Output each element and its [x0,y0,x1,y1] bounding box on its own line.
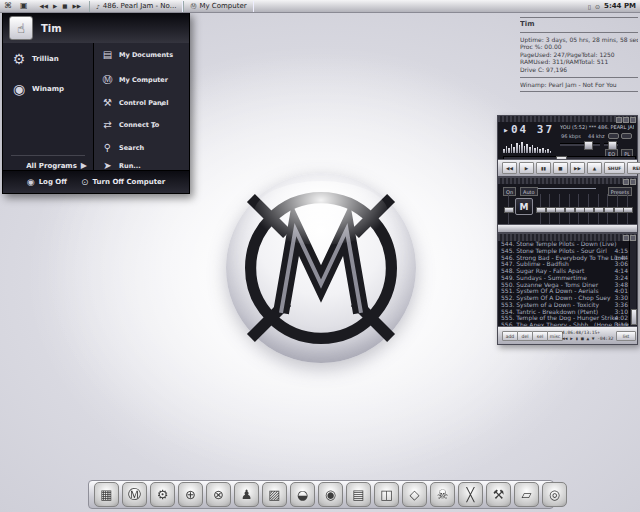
dock-camera-cd-icon[interactable]: ◫ [374,482,399,507]
dock-quill-icon[interactable]: ◇ [402,482,427,507]
dock-speaker-icon[interactable]: ◉ [318,482,343,507]
start-menu-item-my-computer[interactable]: Ⓜ My Computer [101,73,168,87]
dock-notes-window-icon[interactable]: ▤ [346,482,371,507]
scrollbar-thumb[interactable] [631,309,638,325]
winamp-playlist-titlebar[interactable] [498,234,637,241]
close-button[interactable] [630,117,636,123]
eq-band-slider[interactable] [604,194,612,224]
dock-folder-pen-icon[interactable]: ▨ [262,482,287,507]
search-icon: ⚲ [101,142,114,153]
task-button-label: My Computer [199,2,246,10]
start-menu-item-trillian[interactable]: ⚙ Trillian [11,51,59,67]
transport-prev-button[interactable]: ◀◀ [502,162,517,174]
balance-slider[interactable] [604,143,618,146]
dock-drive-m-icon[interactable]: ▦ [94,482,119,507]
slider-handle[interactable] [594,207,604,213]
close-button[interactable] [630,179,636,185]
theme-logo-icon[interactable]: ⌘ [4,2,12,10]
repeat-button[interactable]: REP [627,162,640,174]
dock-globe-dark-icon[interactable]: ⊗ [206,482,231,507]
preamp-slider[interactable] [504,194,512,224]
item-label: My Documents [119,51,173,59]
playlist-sel-button[interactable]: sel [532,331,548,341]
system-tray: ▯ ⊙ 5:44 PM [588,2,640,10]
playlist-del-button[interactable]: del [517,331,533,341]
start-menu-item-connect-to[interactable]: ⇄ Connect To ▸ [101,119,159,130]
start-menu-item-my-documents[interactable]: ▤ My Documents [101,49,173,60]
media-next-button[interactable]: ▶▶ [72,3,80,9]
media-prev-button[interactable]: ◀◀ [40,3,48,9]
eq-band-slider[interactable] [536,194,544,224]
playlist-scrollbar[interactable] [629,241,636,329]
eq-band-slider[interactable] [575,194,583,224]
orb-sheen [254,181,388,245]
dock-skulls-icon[interactable]: ☠ [430,482,455,507]
transport-next-button[interactable]: ▶▶ [570,162,585,174]
winamp-main-titlebar[interactable] [498,116,637,122]
winamp-eq-titlebar[interactable] [498,178,637,184]
slider-handle[interactable] [504,207,514,213]
eq-band-slider[interactable] [623,194,631,224]
dock: ▦Ⓜ⚙⊕⊗♟▨◒◉▤◫◇☠╳⚒▱◎ [88,480,554,509]
divider [520,32,638,33]
submenu-arrow-icon: ▸ [161,100,164,107]
start-menu-all-programs[interactable]: All Programs ▶ [26,161,87,170]
volume-handle[interactable] [584,141,593,150]
task-button-my-computer[interactable]: Ⓜ My Computer [183,1,253,12]
slider-handle[interactable] [623,207,633,213]
slider-handle[interactable] [614,207,624,213]
start-menu-item-winamp[interactable]: ◉ Winamp [11,81,64,97]
task-button-pearl-jam[interactable]: ♪ 486. Pearl Jam - No... [89,1,184,12]
dock-gear-icon[interactable]: ⚙ [150,482,175,507]
divider [520,17,638,18]
transport-stop-button[interactable]: ■ [553,162,568,174]
spectrum-bar [503,149,505,153]
eq-band-slider[interactable] [594,194,602,224]
spectrum-bar [508,148,510,153]
track-title-marquee[interactable]: YOU (5:52) *** 486. PEARL JAM [560,124,634,130]
start-menu-item-search[interactable]: ⚲ Search [101,142,144,153]
log-off-button[interactable]: ◉ Log Off [27,177,67,187]
slider-handle[interactable] [546,207,556,213]
media-play-button[interactable]: ▶ [53,3,57,9]
playlist-list-button[interactable]: list [616,331,636,341]
eq-band-slider[interactable] [546,194,554,224]
slider-handle[interactable] [565,207,575,213]
volume-slider[interactable] [560,143,600,146]
shade-button[interactable] [623,179,629,185]
slider-handle[interactable] [584,207,594,213]
eq-auto-button[interactable]: Auto [520,187,538,196]
eq-band-slider[interactable] [584,194,592,224]
dock-person-icon[interactable]: ♟ [234,482,259,507]
dock-toolbox-folder-icon[interactable]: ⚒ [486,482,511,507]
eq-band-slider[interactable] [614,194,622,224]
eq-band-slider[interactable] [555,194,563,224]
dock-folder-orb-icon[interactable]: ◒ [290,482,315,507]
playlist-add-button[interactable]: add [502,331,518,341]
transport-eject-button[interactable]: ▲ [587,162,602,174]
clock[interactable]: 5:44 PM [604,2,636,10]
window-menu-icon[interactable]: ▣ [20,2,28,10]
minimize-button[interactable] [616,117,622,123]
transport-play-button[interactable]: ▶ [519,162,534,174]
slider-handle[interactable] [536,207,546,213]
turn-off-computer-button[interactable]: ⊙ Turn Off Computer [81,177,165,187]
shade-button[interactable] [623,117,629,123]
slider-handle[interactable] [604,207,614,213]
dock-x-cross-icon[interactable]: ╳ [458,482,483,507]
slider-handle[interactable] [575,207,585,213]
tray-clock-icon[interactable]: ⊙ [595,3,600,10]
transport-pause-button[interactable]: ▮▮ [536,162,551,174]
start-menu-header: ☝ Tim [3,13,189,44]
dock-cd-disc-icon[interactable]: ◎ [542,482,567,507]
dock-folder-icon[interactable]: ▱ [514,482,539,507]
media-stop-button[interactable]: ■ [62,3,67,9]
playlist-misc-button[interactable]: misc [547,331,563,341]
start-menu-item-control-panel[interactable]: ⚒ Control Panel ▸ [101,97,168,108]
slider-handle[interactable] [555,207,565,213]
shuffle-button[interactable]: SHUF [604,162,625,174]
tray-window-icon[interactable]: ▯ [588,3,591,10]
dock-m-orb-icon[interactable]: Ⓜ [122,482,147,507]
eq-band-slider[interactable] [565,194,573,224]
dock-globe-light-icon[interactable]: ⊕ [178,482,203,507]
